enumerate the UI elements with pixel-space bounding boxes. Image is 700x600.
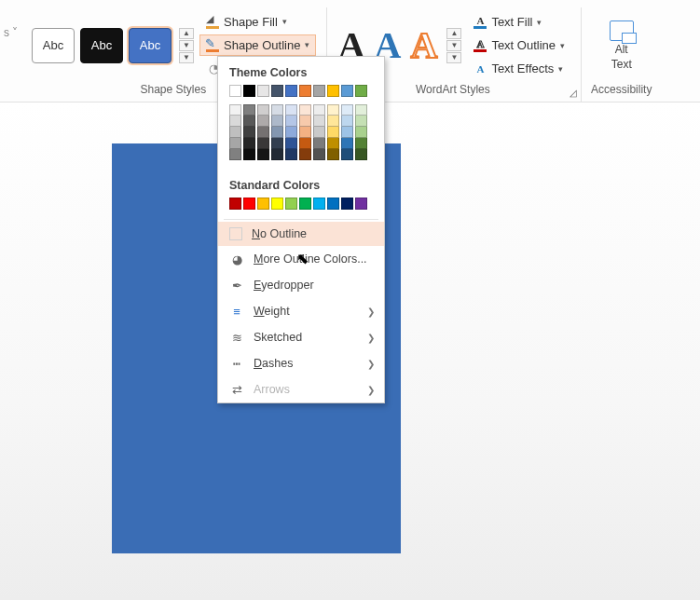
accessibility-group: Alt Text Accessibility <box>582 7 661 102</box>
color-swatch[interactable] <box>243 85 255 97</box>
wordart-tile-3[interactable]: A <box>409 23 440 67</box>
theme-colors-title: Theme Colors <box>218 57 384 85</box>
weight-item[interactable]: ≡ Weight ❯ <box>218 298 384 324</box>
color-swatch[interactable] <box>285 127 297 138</box>
color-swatch[interactable] <box>285 149 297 160</box>
color-swatch[interactable] <box>313 85 325 97</box>
chevron-right-icon: ❯ <box>367 307 375 317</box>
color-swatch[interactable] <box>299 85 311 97</box>
color-swatch[interactable] <box>271 104 283 116</box>
color-swatch[interactable] <box>271 85 283 97</box>
color-swatch[interactable] <box>313 149 325 160</box>
color-swatch[interactable] <box>271 149 283 160</box>
text-effects-button[interactable]: A Text Effects ▾ <box>467 58 570 79</box>
color-swatch[interactable] <box>327 116 339 127</box>
gallery-more-icon[interactable]: ▼ <box>179 52 194 63</box>
more-outline-colors-item[interactable]: ◕ More Outline Colors... <box>218 246 384 272</box>
standard-colors-row <box>218 198 384 217</box>
color-swatch[interactable] <box>243 138 255 149</box>
color-swatch[interactable] <box>299 127 311 138</box>
color-swatch[interactable] <box>229 149 241 160</box>
shape-outline-button[interactable]: Shape Outline ▾ <box>199 34 316 56</box>
color-swatch[interactable] <box>299 116 311 127</box>
dashes-item[interactable]: ┅ Dashes ❯ <box>218 350 384 376</box>
color-swatch[interactable] <box>257 116 269 127</box>
color-swatch[interactable] <box>341 198 353 210</box>
color-swatch[interactable] <box>243 198 255 210</box>
color-swatch[interactable] <box>285 138 297 149</box>
gallery-more-icon[interactable]: ▼ <box>446 52 461 63</box>
color-swatch[interactable] <box>327 127 339 138</box>
dialog-launcher-icon[interactable]: ◿ <box>570 88 577 98</box>
shape-fill-button[interactable]: Shape Fill ▾ <box>199 11 294 33</box>
color-swatch[interactable] <box>327 104 339 116</box>
color-swatch[interactable] <box>355 104 367 116</box>
color-swatch[interactable] <box>355 198 367 210</box>
wordart-gallery-arrows[interactable]: ▲ ▼ ▼ <box>446 28 461 63</box>
color-swatch[interactable] <box>243 104 255 116</box>
color-swatch[interactable] <box>299 198 311 210</box>
alt-text-button[interactable]: Alt Text <box>610 20 634 71</box>
gallery-up-icon[interactable]: ▲ <box>446 28 461 39</box>
gallery-down-icon[interactable]: ▼ <box>446 40 461 51</box>
sketched-item[interactable]: ≋ Sketched ❯ <box>218 324 384 350</box>
color-swatch[interactable] <box>229 116 241 127</box>
gallery-down-icon[interactable]: ▼ <box>179 40 194 51</box>
color-swatch[interactable] <box>327 198 339 210</box>
color-swatch[interactable] <box>355 127 367 138</box>
color-swatch[interactable] <box>327 149 339 160</box>
color-swatch[interactable] <box>355 138 367 149</box>
color-swatch[interactable] <box>285 104 297 116</box>
eyedropper-item[interactable]: ✒ Eyedropper <box>218 272 384 298</box>
color-swatch[interactable] <box>229 138 241 149</box>
color-swatch[interactable] <box>355 149 367 160</box>
color-swatch[interactable] <box>341 138 353 149</box>
color-swatch[interactable] <box>341 85 353 97</box>
color-swatch[interactable] <box>313 127 325 138</box>
color-swatch[interactable] <box>271 127 283 138</box>
color-swatch[interactable] <box>355 116 367 127</box>
color-swatch[interactable] <box>229 127 241 138</box>
color-swatch[interactable] <box>285 198 297 210</box>
color-swatch[interactable] <box>313 116 325 127</box>
color-swatch[interactable] <box>341 149 353 160</box>
color-swatch[interactable] <box>327 138 339 149</box>
color-swatch[interactable] <box>271 116 283 127</box>
color-swatch[interactable] <box>299 104 311 116</box>
color-swatch[interactable] <box>257 149 269 160</box>
color-swatch[interactable] <box>313 138 325 149</box>
color-swatch[interactable] <box>243 149 255 160</box>
shape-style-tile-2[interactable]: Abc <box>80 28 123 63</box>
color-swatch[interactable] <box>271 198 283 210</box>
color-swatch[interactable] <box>257 198 269 210</box>
color-swatch[interactable] <box>243 127 255 138</box>
color-swatch[interactable] <box>313 104 325 116</box>
color-swatch[interactable] <box>229 104 241 116</box>
shape-style-tile-1[interactable]: Abc <box>32 28 75 63</box>
color-swatch[interactable] <box>341 127 353 138</box>
style-gallery-arrows[interactable]: ▲ ▼ ▼ <box>179 28 194 63</box>
color-swatch[interactable] <box>257 85 269 97</box>
no-outline-item[interactable]: No Outline <box>218 222 384 246</box>
color-swatch[interactable] <box>299 149 311 160</box>
color-swatch[interactable] <box>299 138 311 149</box>
color-swatch[interactable] <box>243 116 255 127</box>
color-swatch[interactable] <box>341 104 353 116</box>
text-fill-button[interactable]: A Text Fill ▾ <box>467 11 548 33</box>
color-swatch[interactable] <box>229 85 241 97</box>
color-swatch[interactable] <box>355 85 367 97</box>
shape-style-tile-3[interactable]: Abc <box>129 28 172 63</box>
color-swatch[interactable] <box>229 198 241 210</box>
color-swatch[interactable] <box>257 138 269 149</box>
color-swatch[interactable] <box>285 116 297 127</box>
color-swatch[interactable] <box>271 138 283 149</box>
color-swatch[interactable] <box>257 127 269 138</box>
text-outline-button[interactable]: A Text Outline ▾ <box>467 34 571 56</box>
color-swatch[interactable] <box>313 198 325 210</box>
color-swatch[interactable] <box>257 104 269 116</box>
arrows-item: ⇄ Arrows ❯ <box>218 376 384 402</box>
color-swatch[interactable] <box>341 116 353 127</box>
color-swatch[interactable] <box>285 85 297 97</box>
color-swatch[interactable] <box>327 85 339 97</box>
gallery-up-icon[interactable]: ▲ <box>179 28 194 39</box>
